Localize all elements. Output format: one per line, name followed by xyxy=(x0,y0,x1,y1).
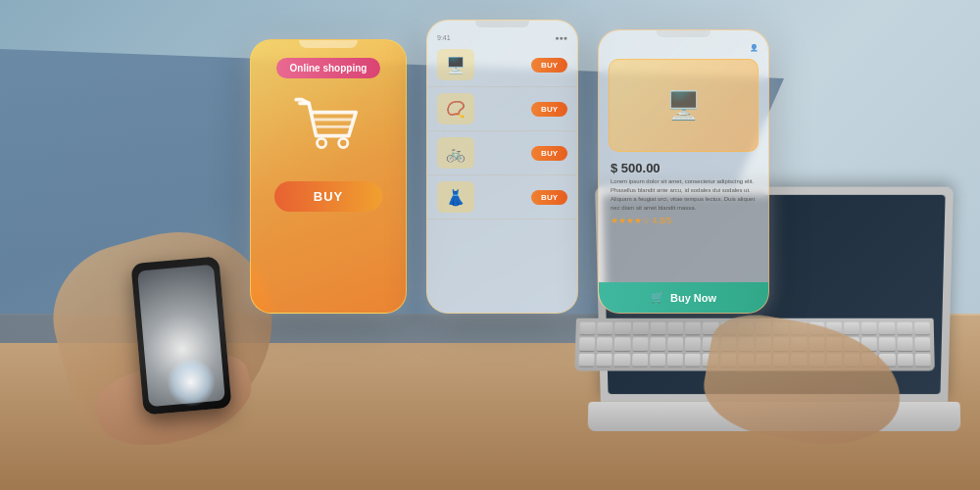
product-price: $ 500.00 xyxy=(599,157,768,177)
monitor-icon: 🖥️ xyxy=(437,49,474,80)
phone1-notch xyxy=(299,40,358,48)
floating-phone-screens: Online shopping BUY 9:41 ●●● xyxy=(157,20,862,343)
svg-point-3 xyxy=(338,138,347,147)
phone3-notch xyxy=(657,30,710,37)
list-item: 🚲 BUY xyxy=(427,131,577,175)
phone-mockup-detail: 👤 🖥️ $ 500.00 Lorem ipsum dolor sit amet… xyxy=(598,29,769,314)
cart-icon xyxy=(289,93,368,157)
buy-tag-4[interactable]: BUY xyxy=(531,190,567,205)
phone2-status: 9:41 ●●● xyxy=(427,32,577,43)
dress-icon: 👗 xyxy=(437,181,474,213)
product-description: Lorem ipsum dolor sit amet, consectetur … xyxy=(599,177,768,213)
list-item: 📿 BUY xyxy=(427,87,577,131)
phone-mockup-shopping: Online shopping BUY xyxy=(250,39,407,314)
cart-small-icon: 🛒 xyxy=(651,291,664,304)
phone2-notch xyxy=(475,21,529,27)
phone3-status: 👤 xyxy=(599,42,768,54)
product-rating: ★★★★☆ 4.8/5 xyxy=(599,213,768,228)
phone-mockup-list: 9:41 ●●● 🖥️ BUY 📿 BUY 🚲 BUY 👗 BUY xyxy=(426,20,578,314)
necklace-icon: 📿 xyxy=(437,93,474,124)
buy-tag-1[interactable]: BUY xyxy=(531,58,567,73)
list-item: 🖥️ BUY xyxy=(427,43,577,87)
buy-now-button[interactable]: 🛒 Buy Now xyxy=(599,282,768,313)
product-image: 🖥️ xyxy=(609,59,759,152)
list-item: 👗 BUY xyxy=(427,175,577,220)
buy-tag-2[interactable]: BUY xyxy=(531,102,567,117)
online-shopping-badge: Online shopping xyxy=(276,58,381,78)
phone-glow xyxy=(167,358,216,407)
phone1-buy-button[interactable]: BUY xyxy=(274,181,382,212)
bike-icon: 🚲 xyxy=(437,137,474,169)
buy-tag-3[interactable]: BUY xyxy=(531,146,567,161)
svg-point-2 xyxy=(317,138,325,147)
